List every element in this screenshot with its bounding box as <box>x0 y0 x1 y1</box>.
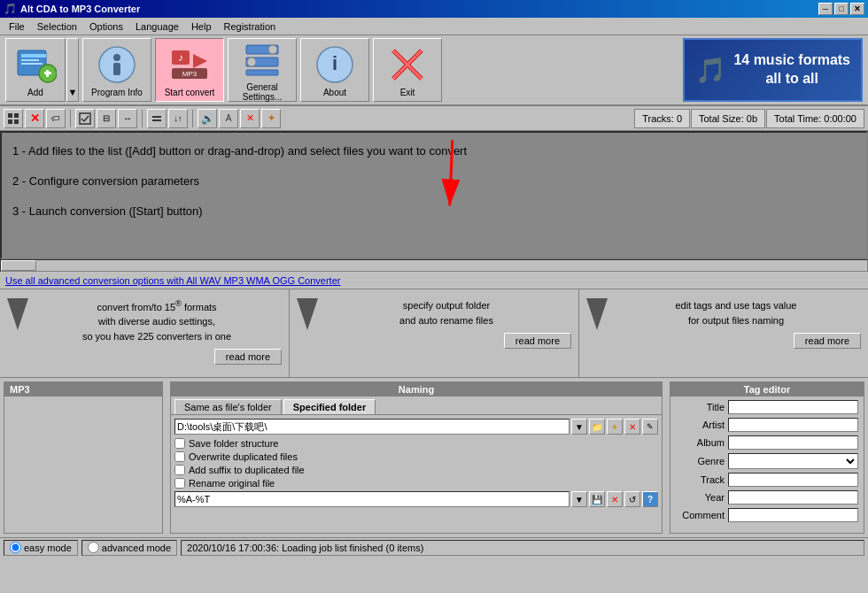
exit-icon <box>386 43 429 86</box>
path-rename-btn[interactable]: ✎ <box>642 419 658 435</box>
tracks-count: Tracks: 0 <box>634 109 690 128</box>
bottom-section: MP3 Naming Same as file's folder Specifi… <box>0 378 868 537</box>
scroll-thumb[interactable] <box>1 260 36 271</box>
tag-btn[interactable]: 🏷 <box>46 109 66 128</box>
menu-options[interactable]: Options <box>84 19 128 34</box>
tag-input-artist[interactable] <box>728 418 858 432</box>
advanced-mode-label: advanced mode <box>102 543 171 553</box>
remove-btn[interactable]: ✕ <box>25 109 44 128</box>
read-more-btn-1[interactable]: read more <box>214 349 282 365</box>
overwrite-check[interactable] <box>174 451 185 462</box>
title-bar: 🎵 Alt CDA to MP3 Converter ─ □ ✕ <box>0 0 868 18</box>
menu-language[interactable]: Language <box>130 19 184 34</box>
path-dropdown-btn[interactable]: ▼ <box>571 419 587 435</box>
naming-body: ▼ 📁 + ✕ ✎ Save folder structure Overwrit… <box>171 414 662 514</box>
path-delete-btn[interactable]: ✕ <box>624 419 640 435</box>
svg-text:♪: ♪ <box>178 51 183 64</box>
svg-rect-33 <box>152 116 161 118</box>
svg-marker-37 <box>7 298 28 330</box>
tag-select-genre[interactable] <box>728 453 858 469</box>
format-save-btn[interactable]: 💾 <box>589 491 605 507</box>
svg-rect-34 <box>152 119 161 121</box>
tag-edit-btn[interactable]: A <box>219 109 238 128</box>
view-grid-btn[interactable] <box>4 109 23 128</box>
path-folder-btn[interactable]: 📁 <box>589 419 605 435</box>
format-content[interactable] <box>4 397 162 529</box>
feature-text-3: edit tags and use tags valuefor output f… <box>611 298 861 327</box>
exit-button[interactable]: Exit <box>373 38 442 102</box>
advanced-mode-cell[interactable]: advanced mode <box>81 540 177 556</box>
easy-mode-cell[interactable]: easy mode <box>4 540 78 556</box>
horizontal-scrollbar[interactable] <box>0 259 868 272</box>
secondary-toolbar: ✕ 🏷 ⊟ ↔ ↓↑ 🔊 A ✕ ✦ Tracks: 0 Total Size:… <box>0 106 868 131</box>
svg-marker-12 <box>193 54 207 68</box>
easy-mode-radio[interactable] <box>10 542 21 553</box>
add-suffix-label: Add suffix to duplicated file <box>189 465 305 475</box>
minimize-button[interactable]: ─ <box>818 3 833 15</box>
delete-red-btn[interactable]: ✕ <box>240 109 260 128</box>
add-button[interactable]: Add <box>5 38 66 102</box>
tag-input-title[interactable] <box>728 400 858 414</box>
svg-rect-2 <box>21 59 39 61</box>
save-structure-check[interactable] <box>174 438 185 449</box>
naming-title: Naming <box>171 382 662 397</box>
format-refresh-btn[interactable]: ↺ <box>624 491 640 507</box>
path-row: ▼ 📁 + ✕ ✎ <box>174 419 658 435</box>
start-label: Start convert <box>165 88 215 97</box>
svg-rect-1 <box>21 54 46 58</box>
arrow-icon-3 <box>586 298 608 335</box>
window-title: Alt CDA to MP3 Converter <box>20 4 818 14</box>
format-delete-btn2[interactable]: ✕ <box>607 491 623 507</box>
path-input[interactable] <box>174 419 570 435</box>
overwrite-row: Overwrite duplicated files <box>174 451 658 462</box>
naming-tabs: Same as file's folder Specified folder <box>171 397 662 414</box>
select-all-btn[interactable] <box>75 109 95 128</box>
tag-input-comment[interactable] <box>728 508 858 522</box>
read-more-btn-3[interactable]: read more <box>794 333 861 349</box>
format-dropdown-btn[interactable]: ▼ <box>571 491 587 507</box>
tab-specified-folder[interactable]: Specified folder <box>283 399 376 414</box>
close-button[interactable]: ✕ <box>850 3 864 15</box>
app-icon: 🎵 <box>4 3 17 15</box>
tag-input-track[interactable] <box>728 473 858 487</box>
general-settings-button[interactable]: General Settings... <box>228 38 297 102</box>
menu-selection[interactable]: Selection <box>32 19 82 34</box>
tag-row-artist: Artist <box>672 416 862 434</box>
tab-same-folder[interactable]: Same as file's folder <box>174 399 282 414</box>
menu-help[interactable]: Help <box>186 19 217 34</box>
format-info-button[interactable]: Program Info <box>82 38 151 102</box>
svg-marker-38 <box>297 298 318 330</box>
read-more-btn-2[interactable]: read more <box>504 333 571 349</box>
feature-panel-1: convert from/to 15® formatswith diverse … <box>0 289 290 377</box>
add-suffix-check[interactable] <box>174 465 185 475</box>
menu-registration[interactable]: Registration <box>219 19 282 34</box>
about-button[interactable]: i About <box>300 38 369 102</box>
svg-rect-6 <box>46 70 49 77</box>
tag-row-comment: Comment <box>672 506 862 524</box>
deselect-btn[interactable]: ⊟ <box>97 109 116 128</box>
feature-text-1: convert from/to 15® formatswith diverse … <box>32 298 282 343</box>
move-down-btn[interactable]: ↓↑ <box>168 109 188 128</box>
svg-line-32 <box>84 116 89 121</box>
format-help-btn[interactable]: ? <box>642 491 658 507</box>
maximize-button[interactable]: □ <box>834 3 849 15</box>
format-info-icon <box>96 43 138 86</box>
format-input[interactable] <box>174 491 570 507</box>
tag-input-album[interactable] <box>728 435 858 450</box>
invert-btn[interactable]: ↔ <box>118 109 137 128</box>
move-up-btn[interactable] <box>147 109 167 128</box>
advanced-mode-radio[interactable] <box>88 542 99 553</box>
rename-original-check[interactable] <box>174 478 185 489</box>
menu-file[interactable]: File <box>4 19 30 34</box>
overwrite-label: Overwrite duplicated files <box>189 451 298 462</box>
promo-strip: Use all advanced conversion options with… <box>0 272 868 289</box>
start-convert-button[interactable]: ♪ MP3 Start convert <box>155 38 224 102</box>
arrow-icon-2 <box>297 298 318 335</box>
sparkle-btn[interactable]: ✦ <box>261 109 281 128</box>
add-dropdown-button[interactable]: ▼ <box>66 38 79 102</box>
path-new-btn[interactable]: + <box>607 419 623 435</box>
volume-btn[interactable]: 🔊 <box>198 109 217 128</box>
promo-strip-link[interactable]: Use all advanced conversion options with… <box>5 275 340 286</box>
tag-row-year: Year <box>672 489 862 506</box>
tag-input-year[interactable] <box>728 490 858 504</box>
